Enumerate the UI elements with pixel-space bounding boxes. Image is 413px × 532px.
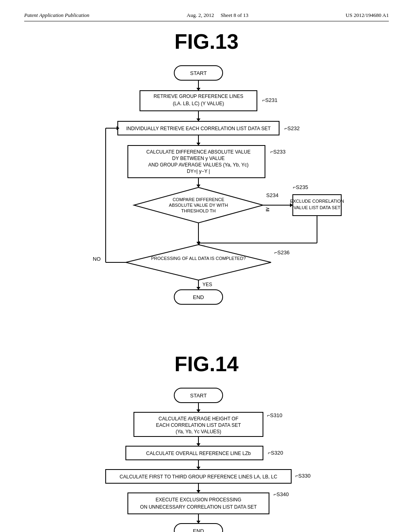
svg-text:CALCULATE FIRST TO THIRD GROUP: CALCULATE FIRST TO THIRD GROUP REFERENCE… bbox=[120, 474, 277, 480]
svg-text:RETRIEVE GROUP REFERENCE LINES: RETRIEVE GROUP REFERENCE LINES bbox=[154, 94, 244, 99]
svg-text:PROCESSING OF ALL DATA IS COMP: PROCESSING OF ALL DATA IS COMPLETED? bbox=[151, 256, 246, 261]
svg-text:⌐S310: ⌐S310 bbox=[267, 412, 282, 418]
page-header: Patent Application Publication Aug. 2, 2… bbox=[24, 12, 389, 21]
svg-marker-29 bbox=[290, 203, 293, 207]
fig13-flowchart: START RETRIEVE GROUP REFERENCE LINES (LA… bbox=[24, 62, 389, 344]
svg-text:THRESHOLD TH: THRESHOLD TH bbox=[181, 208, 215, 213]
svg-rect-75 bbox=[128, 493, 269, 514]
svg-text:EACH CORRELATION LIST DATA SET: EACH CORRELATION LIST DATA SET bbox=[156, 422, 241, 428]
svg-text:CALCULATE DIFFERENCE ABSOLUTE : CALCULATE DIFFERENCE ABSOLUTE VALUE bbox=[146, 149, 250, 155]
svg-text:(Ya, Yb, Yc VALUES): (Ya, Yb, Yc VALUES) bbox=[175, 429, 221, 434]
svg-text:(LA. LB, LC)  (Y VALUE): (LA. LB, LC) (Y VALUE) bbox=[173, 101, 224, 106]
svg-text:EXCLUDE CORRELATION: EXCLUDE CORRELATION bbox=[290, 199, 344, 204]
svg-text:START: START bbox=[190, 70, 206, 76]
fig13-svg: START RETRIEVE GROUP REFERENCE LINES (LA… bbox=[65, 62, 348, 344]
svg-text:⌐S232: ⌐S232 bbox=[284, 125, 300, 131]
svg-marker-69 bbox=[196, 467, 200, 470]
svg-marker-14 bbox=[196, 143, 200, 145]
svg-text:≧: ≧ bbox=[265, 206, 270, 212]
svg-text:INDIVIDUALLY RETRIEVE EACH COR: INDIVIDUALLY RETRIEVE EACH CORRELATION L… bbox=[126, 126, 271, 131]
svg-text:⌐S236: ⌐S236 bbox=[274, 249, 290, 256]
fig13-title: FIG.13 bbox=[24, 29, 389, 54]
header-sheet: Sheet 8 of 13 bbox=[221, 12, 248, 18]
svg-marker-57 bbox=[196, 409, 200, 412]
svg-marker-9 bbox=[196, 118, 200, 121]
svg-text:DY=| y−Y |: DY=| y−Y | bbox=[187, 168, 210, 174]
svg-text:START: START bbox=[190, 393, 206, 399]
svg-text:CALCULATE AVERAGE HEIGHT OF: CALCULATE AVERAGE HEIGHT OF bbox=[159, 416, 238, 422]
svg-text:VALUE LIST DATA SET: VALUE LIST DATA SET bbox=[294, 205, 340, 210]
svg-text:COMPARE DIFFERENCE: COMPARE DIFFERENCE bbox=[173, 197, 224, 202]
svg-text:CALCULATE OVERALL REFERENCE LI: CALCULATE OVERALL REFERENCE LINE LZb bbox=[146, 451, 251, 456]
svg-text:S234: S234 bbox=[266, 192, 278, 198]
svg-text:⌐S233: ⌐S233 bbox=[270, 149, 286, 155]
svg-text:EXECUTE EXCLUSION PROCESSING: EXECUTE EXCLUSION PROCESSING bbox=[156, 497, 242, 503]
svg-text:⌐S330: ⌐S330 bbox=[295, 473, 311, 479]
svg-text:NO: NO bbox=[93, 256, 101, 262]
header-date-sheet: Aug. 2, 2012 Sheet 8 of 13 bbox=[187, 12, 248, 19]
svg-marker-74 bbox=[196, 490, 200, 493]
svg-marker-50 bbox=[196, 287, 200, 290]
svg-marker-80 bbox=[196, 521, 200, 524]
svg-text:END: END bbox=[193, 528, 204, 532]
svg-text:AND GROUP AVERAGE VALUES (Ya, : AND GROUP AVERAGE VALUES (Ya, Yb, Yc) bbox=[148, 162, 249, 168]
svg-text:⌐S231: ⌐S231 bbox=[262, 97, 277, 103]
page: Patent Application Publication Aug. 2, 2… bbox=[0, 0, 413, 532]
fig14-flowchart: START CALCULATE AVERAGE HEIGHT OF EACH C… bbox=[24, 384, 389, 532]
svg-text:YES: YES bbox=[202, 282, 212, 287]
fig14-title: FIG.14 bbox=[24, 352, 389, 376]
fig14-svg: START CALCULATE AVERAGE HEIGHT OF EACH C… bbox=[65, 384, 348, 532]
svg-text:⌐S340: ⌐S340 bbox=[273, 491, 289, 497]
svg-marker-3 bbox=[196, 88, 200, 91]
svg-text:ON UNNECESSARY CORRELATION LIS: ON UNNECESSARY CORRELATION LIST DATA SET bbox=[140, 504, 257, 510]
svg-text:⌐S235: ⌐S235 bbox=[293, 184, 308, 190]
header-publication-label: Patent Application Publication bbox=[24, 12, 90, 19]
svg-text:ABSOLUTE VALUE DY WITH: ABSOLUTE VALUE DY WITH bbox=[169, 203, 228, 208]
svg-marker-22 bbox=[196, 185, 200, 187]
svg-marker-64 bbox=[196, 443, 200, 446]
header-patent-number: US 2012/194680 A1 bbox=[346, 12, 389, 19]
header-date: Aug. 2, 2012 bbox=[187, 12, 214, 18]
svg-text:END: END bbox=[193, 294, 204, 300]
svg-text:DY BETWEEN y VALUE: DY BETWEEN y VALUE bbox=[172, 156, 225, 161]
svg-marker-41 bbox=[126, 245, 271, 280]
svg-text:⌐S320: ⌐S320 bbox=[268, 450, 283, 456]
